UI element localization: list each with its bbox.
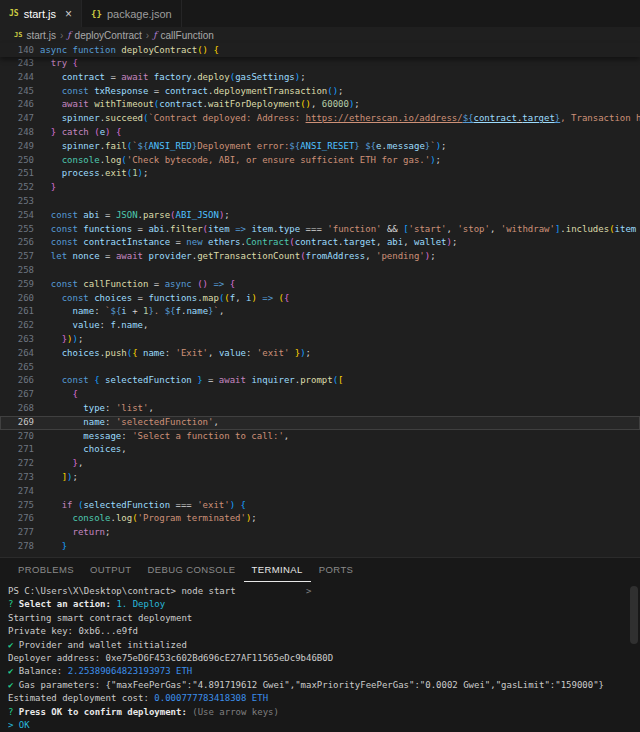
code-line-270[interactable]: 270 message: 'Select a function to call:… [0,430,640,444]
code-line-275[interactable]: 275 if (selectedFunction === 'exit') { [0,499,640,513]
code-line-274[interactable]: 274 [0,485,640,499]
panel-tab-problems[interactable]: PROBLEMS [10,558,82,582]
line-number[interactable]: 276 [0,512,34,526]
line-content: const functions = abi.filter(item => ite… [34,223,640,237]
code-line-271[interactable]: 271 choices, [0,443,640,457]
line-number[interactable]: 271 [0,443,34,457]
line-number[interactable]: 243 [0,57,34,71]
code-line-262[interactable]: 262 value: f.name, [0,319,640,333]
code-line-259[interactable]: 259 const callFunction = async () => { [0,278,640,292]
code-line-266[interactable]: 266 const { selectedFunction } = await i… [0,374,640,388]
tab-start-js[interactable]: JSstart.js× [0,0,82,27]
line-number[interactable]: 262 [0,319,34,333]
line-content: const txResponse = contract.deploymentTr… [34,85,640,99]
line-number[interactable]: 255 [0,223,34,237]
line-number[interactable]: 245 [0,85,34,99]
line-number[interactable]: 270 [0,430,34,444]
line-content: } [34,540,640,554]
line-number[interactable]: 244 [0,71,34,85]
code-editor[interactable]: 243 try {244 contract = await factory.de… [0,57,640,557]
line-number[interactable]: 248 [0,126,34,140]
code-line-253[interactable]: 253 [0,195,640,209]
line-content: value: f.name, [34,319,640,333]
breadcrumb-item-start-js[interactable]: JSstart.js [14,30,56,41]
code-line-255[interactable]: 255 const functions = abi.filter(item =>… [0,223,640,237]
line-number[interactable]: 246 [0,98,34,112]
code-line-273[interactable]: 273 ]); [0,471,640,485]
line-content: choices, [34,443,640,457]
code-line-276[interactable]: 276 console.log('Program terminated'); [0,512,640,526]
code-line-257[interactable]: 257 let nonce = await provider.getTransa… [0,250,640,264]
line-number[interactable]: 273 [0,471,34,485]
breadcrumb-item-callfunction[interactable]: ƒcallFunction [153,30,214,41]
code-line-258[interactable]: 258 [0,264,640,278]
code-line-256[interactable]: 256 const contractInstance = new ethers.… [0,236,640,250]
code-line-244[interactable]: 244 contract = await factory.deploy(gasS… [0,71,640,85]
json-file-icon: {} [91,9,102,19]
code-line-243[interactable]: 243 try { [0,57,640,71]
code-line-267[interactable]: 267 { [0,388,640,402]
code-line-250[interactable]: 250 console.log('Check bytecode, ABI, or… [0,154,640,168]
line-content [34,361,640,375]
bottom-panel: PROBLEMSOUTPUTDEBUG CONSOLETERMINALPORTS… [0,557,640,732]
line-number[interactable]: 251 [0,167,34,181]
line-number[interactable]: 250 [0,154,34,168]
line-number[interactable]: 268 [0,402,34,416]
line-number[interactable]: 272 [0,457,34,471]
code-line-260[interactable]: 260 const choices = functions.map((f, i)… [0,292,640,306]
panel-tab-ports[interactable]: PORTS [311,558,362,582]
code-line-248[interactable]: 248 } catch (e) { [0,126,640,140]
line-number[interactable]: 259 [0,278,34,292]
breadcrumb-item-deploycontract[interactable]: ƒdeployContract [67,30,142,41]
tab-package-json[interactable]: {}package.json [82,0,182,27]
line-number[interactable]: 261 [0,305,34,319]
code-line-263[interactable]: 263 })); [0,333,640,347]
code-line-249[interactable]: 249 spinner.fail(`${ANSI_RED}Deployment … [0,140,640,154]
close-tab-icon[interactable]: × [65,8,72,20]
line-number[interactable]: 252 [0,181,34,195]
code-line-268[interactable]: 268 type: 'list', [0,402,640,416]
code-line-265[interactable]: 265 [0,361,640,375]
terminal-line-9: Estimated deployment cost: 0.00077778341… [8,692,640,705]
line-number[interactable]: 274 [0,485,34,499]
panel-tab-terminal[interactable]: TERMINAL [244,558,311,582]
code-line-246[interactable]: 246 await withTimeout(contract.waitForDe… [0,98,640,112]
code-line-252[interactable]: 252 } [0,181,640,195]
line-number[interactable]: 277 [0,526,34,540]
code-line-278[interactable]: 278 } [0,540,640,554]
line-number[interactable]: 269 [0,416,34,430]
line-number[interactable]: 256 [0,236,34,250]
line-number[interactable]: 249 [0,140,34,154]
line-content: { [34,388,640,402]
panel-tab-debug-console[interactable]: DEBUG CONSOLE [139,558,243,582]
code-line-261[interactable]: 261 name: `${i + 1}. ${f.name}`, [0,305,640,319]
terminal-line-11: > OK [8,719,640,732]
line-number[interactable]: 266 [0,374,34,388]
code-line-251[interactable]: 251 process.exit(1); [0,167,640,181]
code-line-269[interactable]: 269 name: 'selectedFunction', [0,416,640,430]
line-number[interactable]: 260 [0,292,34,306]
code-line-272[interactable]: 272 }, [0,457,640,471]
line-number[interactable]: 278 [0,540,34,554]
code-line-254[interactable]: 254 const abi = JSON.parse(ABI_JSON); [0,209,640,223]
line-number[interactable]: 264 [0,347,34,361]
line-number[interactable]: 254 [0,209,34,223]
terminal-scrollbar[interactable] [630,586,638,644]
terminal-line-4: Private key: 0xb6...e9fd [8,625,640,638]
panel-tab-output[interactable]: OUTPUT [82,558,139,582]
line-number[interactable]: 275 [0,499,34,513]
terminal-output[interactable]: PS C:\Users\X\Desktop\contract> node sta… [0,582,640,732]
line-number[interactable]: 265 [0,361,34,375]
line-number[interactable]: 258 [0,264,34,278]
code-line-247[interactable]: 247 spinner.succeed(`Contract deployed: … [0,112,640,126]
line-number[interactable]: 263 [0,333,34,347]
line-number[interactable]: 253 [0,195,34,209]
line-number[interactable]: 257 [0,250,34,264]
sticky-scroll-line[interactable]: 140 async function deployContract() { [0,43,640,57]
code-line-277[interactable]: 277 return; [0,526,640,540]
line-number[interactable]: 267 [0,388,34,402]
line-number[interactable]: 247 [0,112,34,126]
code-line-245[interactable]: 245 const txResponse = contract.deployme… [0,85,640,99]
code-line-264[interactable]: 264 choices.push({ name: 'Exit', value: … [0,347,640,361]
line-content [34,264,640,278]
